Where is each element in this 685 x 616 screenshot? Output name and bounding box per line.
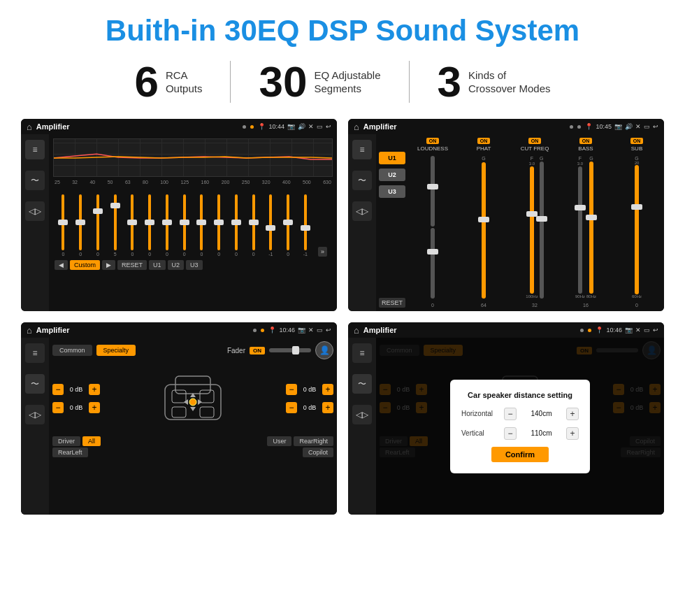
fader-plus-1[interactable]: + [89, 384, 100, 395]
crossover-back-icon[interactable]: ↩ [653, 123, 658, 130]
eq-track-3[interactable] [96, 194, 99, 250]
fader-slider[interactable] [269, 348, 311, 352]
fader-sidebar-eq-icon[interactable]: ≡ [25, 343, 45, 363]
crossover-u3-button[interactable]: U3 [379, 185, 405, 198]
loudness-thumb-1[interactable] [427, 184, 438, 189]
eq-thumb-9[interactable] [196, 220, 206, 225]
eq-track-13[interactable] [269, 194, 272, 250]
cutfreq-slider-f[interactable] [530, 166, 534, 294]
crossover-u1-button[interactable]: U1 [379, 152, 405, 164]
eq-track-11[interactable] [235, 194, 238, 250]
eq-home-icon[interactable]: ⌂ [27, 122, 32, 132]
eq-track-10[interactable] [217, 194, 220, 250]
eq-thumb-10[interactable] [214, 220, 224, 225]
fader-tab-specialty[interactable]: Specialty [96, 345, 136, 356]
bass-slider-g[interactable] [589, 162, 593, 294]
eq-thumb-12[interactable] [249, 220, 259, 225]
bass-thumb-f[interactable] [575, 205, 586, 210]
dialog-confirm-button[interactable]: Confirm [491, 447, 549, 462]
bass-slider-f[interactable] [578, 166, 582, 294]
bass-thumb-g[interactable] [586, 215, 597, 220]
dialog-vertical-plus[interactable]: + [566, 427, 579, 440]
crossover-reset-button[interactable]: RESET [379, 298, 405, 308]
eq-play-button[interactable]: ▶ [102, 260, 115, 270]
crossover-home-icon[interactable]: ⌂ [354, 122, 359, 132]
eq-track-4[interactable] [114, 194, 117, 250]
fader-thumb[interactable] [292, 346, 299, 354]
fader-sidebar-wave-icon[interactable]: 〜 [25, 374, 45, 394]
sub-thumb[interactable] [631, 204, 642, 210]
crossover-u2-button[interactable]: U2 [379, 169, 405, 181]
fader-rearright-button[interactable]: RearRight [294, 436, 333, 446]
eq-expand-button[interactable]: » [318, 247, 327, 257]
crossover-sidebar-eq-icon[interactable]: ≡ [352, 140, 372, 159]
crossover-sidebar-wave-icon[interactable]: 〜 [352, 171, 372, 190]
fader-back-icon[interactable]: ↩ [326, 327, 331, 334]
eq-thumb-4[interactable] [110, 203, 120, 208]
eq-track-2[interactable] [79, 194, 82, 250]
fader-sidebar-speaker-icon[interactable]: ◁▷ [25, 405, 45, 424]
dialog-vertical-minus[interactable]: − [504, 427, 517, 440]
eq-track-15[interactable] [304, 194, 307, 250]
eq-u3-button[interactable]: U3 [186, 260, 203, 270]
eq-track-6[interactable] [148, 194, 151, 250]
fader-minus-3[interactable]: − [286, 384, 297, 395]
eq-track-1[interactable] [62, 194, 64, 250]
fader-minus-2[interactable]: − [52, 402, 64, 413]
fader-all-button[interactable]: All [82, 436, 101, 446]
phat-slider[interactable] [482, 162, 486, 299]
eq-thumb-14[interactable] [283, 220, 293, 225]
eq-thumb-11[interactable] [231, 220, 241, 225]
distance-back-icon[interactable]: ↩ [653, 327, 658, 334]
eq-sidebar-wave-icon[interactable]: 〜 [25, 171, 45, 190]
fader-plus-4[interactable]: + [322, 402, 333, 413]
eq-track-7[interactable] [166, 194, 168, 250]
eq-thumb-6[interactable] [145, 220, 154, 225]
eq-thumb-2[interactable] [75, 220, 85, 225]
fader-rearleft-button[interactable]: RearLeft [52, 447, 88, 457]
fader-minus-4[interactable]: − [286, 402, 297, 413]
eq-thumb-8[interactable] [180, 220, 189, 225]
fader-home-icon[interactable]: ⌂ [27, 325, 32, 336]
eq-sidebar-speaker-icon[interactable]: ◁▷ [25, 201, 45, 221]
distance-sidebar-eq-icon[interactable]: ≡ [352, 343, 372, 363]
fader-plus-3[interactable]: + [322, 384, 333, 395]
dialog-horizontal-minus[interactable]: − [504, 408, 517, 420]
fader-plus-2[interactable]: + [89, 402, 100, 413]
crossover-sidebar-speaker-icon[interactable]: ◁▷ [352, 201, 372, 221]
eq-custom-button[interactable]: Custom [70, 260, 100, 270]
eq-track-5[interactable] [131, 194, 134, 250]
eq-thumb-13[interactable] [266, 225, 275, 231]
eq-prev-button[interactable]: ◀ [55, 260, 68, 270]
eq-reset-button[interactable]: RESET [117, 260, 147, 270]
eq-back-icon[interactable]: ↩ [326, 123, 331, 130]
fader-tab-common[interactable]: Common [52, 345, 92, 356]
fader-copilot-button[interactable]: Copilot [303, 447, 333, 457]
eq-track-12[interactable] [252, 194, 255, 250]
dialog-horizontal-plus[interactable]: + [566, 408, 579, 420]
phat-thumb[interactable] [478, 217, 489, 222]
fader-driver-button[interactable]: Driver [52, 436, 80, 446]
loudness-thumb-2[interactable] [427, 249, 438, 255]
eq-thumb-1[interactable] [58, 220, 68, 225]
eq-track-14[interactable] [287, 194, 289, 250]
loudness-slider-2[interactable] [431, 228, 435, 299]
eq-track-8[interactable] [183, 194, 186, 250]
eq-track-9[interactable] [200, 194, 203, 250]
eq-thumb-7[interactable] [162, 220, 172, 225]
loudness-slider-1[interactable] [431, 156, 435, 227]
cutfreq-thumb-g[interactable] [536, 216, 547, 222]
fader-minus-1[interactable]: − [52, 384, 64, 395]
sub-slider[interactable] [635, 165, 639, 294]
distance-home-icon[interactable]: ⌂ [354, 325, 359, 336]
eq-sidebar-eq-icon[interactable]: ≡ [25, 140, 45, 159]
fader-user-button[interactable]: User [267, 436, 291, 446]
eq-thumb-15[interactable] [301, 225, 310, 231]
eq-u2-button[interactable]: U2 [168, 260, 185, 270]
eq-thumb-5[interactable] [127, 220, 137, 225]
eq-u1-button[interactable]: U1 [149, 260, 166, 270]
distance-sidebar-wave-icon[interactable]: 〜 [352, 374, 372, 394]
eq-thumb-3[interactable] [93, 208, 103, 214]
cutfreq-slider-g[interactable] [540, 162, 544, 299]
cutfreq-thumb-f[interactable] [526, 211, 538, 217]
